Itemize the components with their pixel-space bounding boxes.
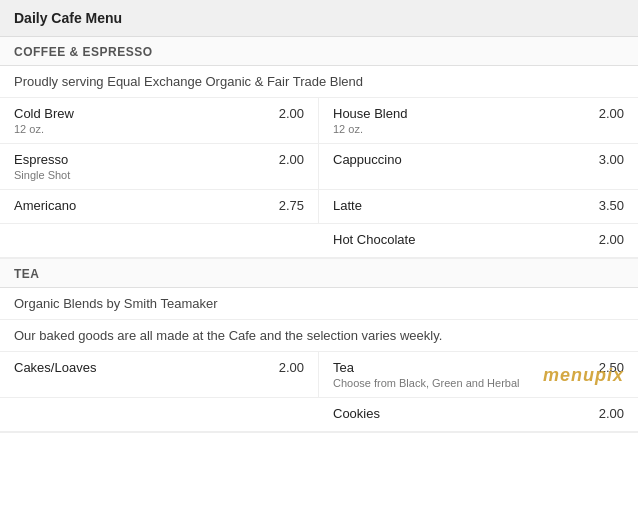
item-price: 3.50 <box>599 198 624 213</box>
item-price: 2.75 <box>279 198 304 213</box>
tea-section: TEA Organic Blends by Smith Teamaker Our… <box>0 259 638 433</box>
item-price: 2.00 <box>599 106 624 121</box>
coffee-espresso-grid: Cold Brew 2.00 12 oz. House Blend 2.00 1… <box>0 98 638 259</box>
item-name: Latte <box>333 198 362 213</box>
item-name: Tea <box>333 360 354 375</box>
tea-grid: Cakes/Loaves 2.00 Tea 2.50 Choose from B… <box>0 352 638 433</box>
coffee-espresso-section: COFFEE & ESPRESSO Proudly serving Equal … <box>0 37 638 259</box>
item-name: Cakes/Loaves <box>14 360 96 375</box>
list-item: Cakes/Loaves 2.00 <box>0 352 319 398</box>
tea-subtitle: Organic Blends by Smith Teamaker <box>0 288 638 320</box>
item-name: Hot Chocolate <box>333 232 415 247</box>
baked-goods-note: Our baked goods are all made at the Cafe… <box>0 320 638 352</box>
item-name: House Blend <box>333 106 407 121</box>
item-name: Cappuccino <box>333 152 402 167</box>
item-price: 2.00 <box>599 406 624 421</box>
coffee-espresso-header: COFFEE & ESPRESSO <box>0 37 638 66</box>
list-item: Americano 2.75 <box>0 190 319 224</box>
item-sub: Single Shot <box>14 169 304 181</box>
list-item: Cappuccino 3.00 <box>319 144 638 190</box>
empty-cell <box>0 398 319 432</box>
item-sub: 12 oz. <box>333 123 624 135</box>
page-title-bar: Daily Cafe Menu <box>0 0 638 37</box>
list-item: Hot Chocolate 2.00 <box>319 224 638 258</box>
item-price: 2.00 <box>279 106 304 121</box>
list-item: Espresso 2.00 Single Shot <box>0 144 319 190</box>
coffee-espresso-subtitle: Proudly serving Equal Exchange Organic &… <box>0 66 638 98</box>
list-item: Tea 2.50 Choose from Black, Green and He… <box>319 352 638 398</box>
list-item: Cold Brew 2.00 12 oz. <box>0 98 319 144</box>
item-price: 2.00 <box>279 152 304 167</box>
item-name: Cold Brew <box>14 106 74 121</box>
list-item: Cookies 2.00 <box>319 398 638 432</box>
item-price: 2.50 <box>599 360 624 375</box>
page-title: Daily Cafe Menu <box>14 10 122 26</box>
empty-cell <box>0 224 319 258</box>
item-name: Espresso <box>14 152 68 167</box>
item-price: 2.00 <box>279 360 304 375</box>
list-item: Latte 3.50 <box>319 190 638 224</box>
item-sub: 12 oz. <box>14 123 304 135</box>
item-sub: Choose from Black, Green and Herbal <box>333 377 624 389</box>
item-name: Cookies <box>333 406 380 421</box>
item-price: 3.00 <box>599 152 624 167</box>
tea-header: TEA <box>0 259 638 288</box>
item-price: 2.00 <box>599 232 624 247</box>
list-item: House Blend 2.00 12 oz. <box>319 98 638 144</box>
item-name: Americano <box>14 198 76 213</box>
